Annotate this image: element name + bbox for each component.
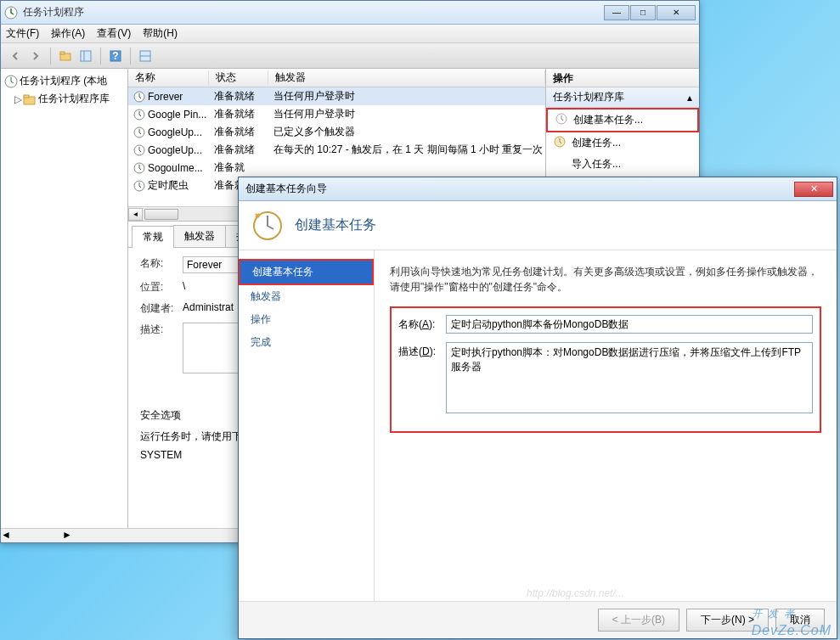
clock-icon (133, 162, 145, 174)
menu-help[interactable]: 帮助(H) (143, 26, 178, 41)
col-trigger[interactable]: 触发器 (268, 70, 545, 85)
svg-rect-11 (24, 95, 29, 98)
wizard-header-title: 创建基本任务 (295, 216, 376, 234)
folder-button[interactable] (56, 47, 75, 65)
window-title: 任务计划程序 (23, 5, 603, 20)
detail-desc-label: 描述: (140, 323, 183, 337)
wizard-icon (555, 112, 568, 126)
minimize-button[interactable]: — (604, 5, 629, 20)
svg-rect-3 (81, 51, 91, 61)
close-button[interactable]: ✕ (657, 5, 696, 20)
action-create-basic-task[interactable]: 创建基本任务... (546, 108, 699, 132)
wizard-content: 利用该向导快速地为常见任务创建计划。有关更多高级选项或设置，例如多任务操作或触发… (375, 250, 837, 601)
col-status[interactable]: 状态 (209, 70, 268, 85)
wizard-close-button[interactable]: ✕ (794, 182, 833, 197)
wizard-nav-finish[interactable]: 完成 (239, 331, 374, 354)
task-row[interactable]: GoogleUp...准备就绪已定义多个触发器 (128, 123, 545, 141)
clock-icon (133, 126, 145, 138)
collapse-icon: ▴ (687, 92, 692, 104)
wizard-nav-action[interactable]: 操作 (239, 308, 374, 331)
action-import-task[interactable]: 导入任务... (546, 154, 699, 175)
tree-library[interactable]: ▷ 任务计划程序库 (1, 90, 127, 108)
wizard-name-label: 名称(A): (398, 315, 446, 334)
detail-author-label: 创建者: (140, 301, 183, 316)
app-icon (4, 6, 18, 20)
actions-section[interactable]: 任务计划程序库 ▴ (546, 87, 699, 108)
wizard-back-button: < 上一步(B) (598, 609, 679, 632)
tree-root[interactable]: 任务计划程序 (本地 (1, 72, 127, 90)
wizard-footer: < 上一步(B) 下一步(N) > 取消 (239, 601, 837, 638)
col-name[interactable]: 名称 (128, 70, 209, 85)
task-row[interactable]: Google Pin...准备就绪当任何用户登录时 (128, 105, 545, 123)
toolbar: ? (1, 43, 699, 69)
maximize-button[interactable]: □ (630, 5, 656, 20)
wizard-description: 利用该向导快速地为常见任务创建计划。有关更多高级选项或设置，例如多任务操作或触发… (390, 264, 821, 295)
task-row[interactable]: SogouIme...准备就 (128, 159, 545, 177)
wizard-header-icon (251, 209, 285, 243)
task-list-header: 名称 状态 触发器 (128, 69, 545, 87)
action-create-task[interactable]: 创建任务... (546, 132, 699, 154)
watermark: 开 发 者 DevZe.CoM (752, 596, 832, 638)
menu-file[interactable]: 文件(F) (6, 26, 39, 41)
faded-url: http://blog.csdn.net/... (527, 587, 624, 599)
wizard-desc-label: 描述(D): (398, 342, 446, 416)
help-button[interactable]: ? (106, 47, 125, 65)
titlebar[interactable]: 任务计划程序 — □ ✕ (1, 1, 699, 25)
wizard-title: 创建基本任务向导 (242, 182, 794, 196)
folder-icon (23, 93, 37, 106)
svg-text:?: ? (112, 50, 118, 62)
clock-icon (4, 75, 18, 88)
wizard-titlebar[interactable]: 创建基本任务向导 ✕ (239, 177, 837, 201)
back-button[interactable] (6, 47, 25, 65)
panel-button[interactable] (76, 47, 95, 65)
detail-name-label: 名称: (140, 256, 183, 271)
wizard-nav-basic[interactable]: 创建基本任务 (239, 259, 374, 285)
expand-icon[interactable]: ▷ (13, 93, 23, 105)
clock-icon (553, 135, 567, 149)
tab-general[interactable]: 常规 (132, 226, 174, 248)
tab-triggers[interactable]: 触发器 (173, 225, 226, 247)
clock-icon (133, 180, 145, 192)
menu-action[interactable]: 操作(A) (51, 26, 85, 41)
task-row[interactable]: Forever准备就绪当任何用户登录时 (128, 87, 545, 105)
wizard-nav-trigger[interactable]: 触发器 (239, 285, 374, 308)
wizard-nav: 创建基本任务 触发器 操作 完成 (239, 250, 375, 601)
menubar: 文件(F) 操作(A) 查看(V) 帮助(H) (1, 25, 699, 43)
detail-location-label: 位置: (140, 280, 183, 295)
forward-button[interactable] (26, 47, 45, 65)
task-row[interactable]: GoogleUp...准备就绪在每天的 10:27 - 触发后，在 1 天 期间… (128, 141, 545, 159)
wizard-name-input[interactable] (446, 315, 813, 334)
create-basic-task-wizard: 创建基本任务向导 ✕ 创建基本任务 创建基本任务 触发器 操作 完成 利用该向导… (238, 177, 837, 639)
clock-icon (133, 91, 145, 103)
clock-icon (133, 109, 145, 121)
actions-header: 操作 (546, 69, 699, 87)
tree-panel: 任务计划程序 (本地 ▷ 任务计划程序库 (1, 69, 128, 542)
wizard-header: 创建基本任务 (239, 201, 837, 250)
detail-panel-button[interactable] (136, 47, 155, 65)
menu-view[interactable]: 查看(V) (97, 26, 131, 41)
clock-icon (133, 144, 145, 156)
svg-rect-2 (60, 52, 65, 54)
wizard-desc-input[interactable] (446, 342, 813, 413)
